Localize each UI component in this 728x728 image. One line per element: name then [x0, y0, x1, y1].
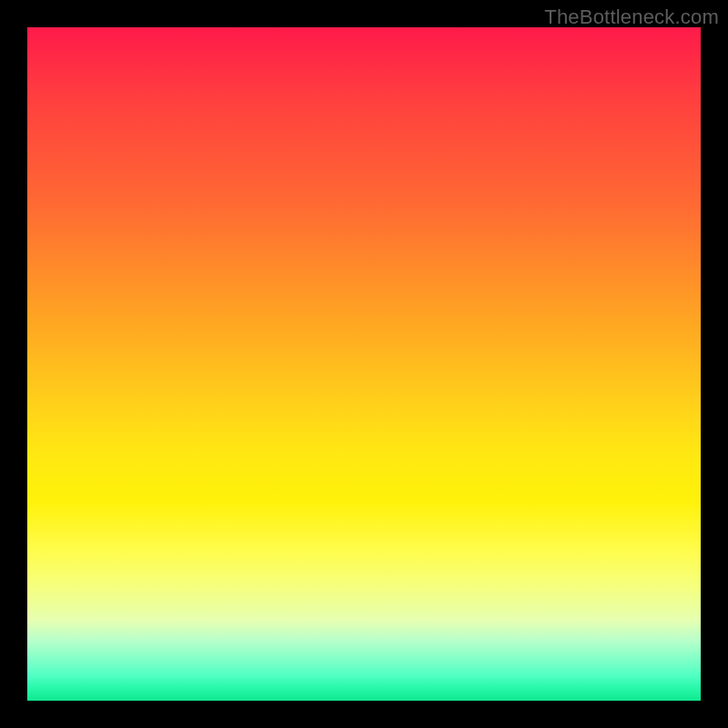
background-gradient	[27, 27, 701, 701]
plot-area	[27, 27, 701, 701]
gradient-upper	[27, 27, 701, 620]
gradient-lower	[27, 620, 701, 701]
chart-frame: TheBottleneck.com	[0, 0, 728, 728]
watermark-text: TheBottleneck.com	[544, 5, 719, 29]
